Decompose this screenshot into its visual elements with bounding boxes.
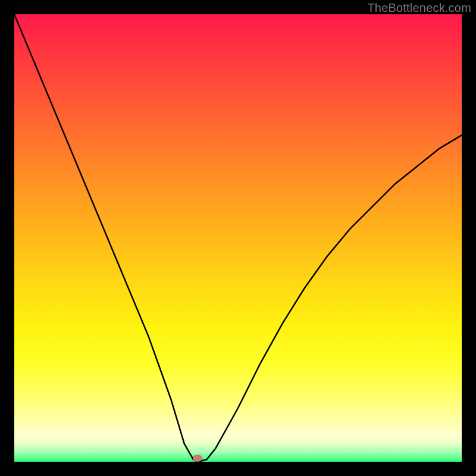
plot-area — [14, 14, 462, 462]
chart-frame: TheBottleneck.com — [0, 0, 476, 476]
minimum-marker-icon — [193, 455, 202, 462]
bottleneck-curve — [14, 14, 462, 462]
watermark-text: TheBottleneck.com — [367, 1, 471, 15]
